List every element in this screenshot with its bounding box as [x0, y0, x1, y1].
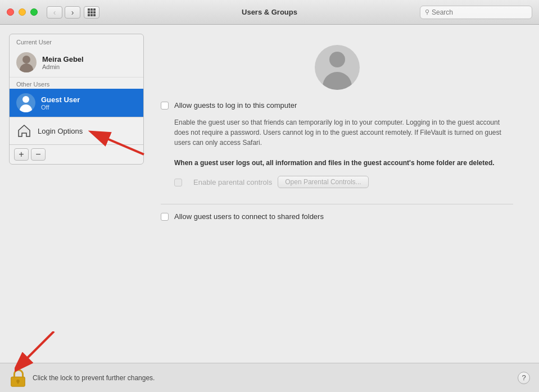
- parental-controls-checkbox[interactable]: [174, 179, 182, 186]
- guest-user-name: Guest User: [41, 95, 80, 104]
- sidebar: Current User Meira Gebel Admin Other Use…: [9, 34, 144, 165]
- parental-controls-row: Enable parental controls Open Parental C…: [174, 176, 513, 188]
- search-input[interactable]: [432, 8, 527, 16]
- titlebar: ‹ › Users & Groups ⚲: [0, 0, 539, 25]
- search-bar[interactable]: ⚲: [420, 6, 532, 19]
- svg-rect-4: [17, 381, 19, 384]
- lock-icon[interactable]: [9, 368, 27, 388]
- guest-user-avatar: [16, 93, 35, 112]
- login-options-label: Login Options: [38, 127, 83, 135]
- guest-avatar-large: [315, 45, 360, 90]
- shared-folders-row: Allow guest users to connect to shared f…: [161, 212, 513, 221]
- lock-text: Click the lock to prevent further change…: [33, 374, 155, 382]
- divider: [161, 204, 513, 204]
- current-user-role: Admin: [42, 63, 84, 70]
- house-icon: [16, 123, 32, 139]
- shared-folders-label: Allow guest users to connect to shared f…: [174, 212, 324, 221]
- open-parental-controls-button[interactable]: Open Parental Controls...: [278, 176, 368, 188]
- shared-folders-checkbox[interactable]: [161, 213, 169, 221]
- remove-user-button[interactable]: −: [31, 148, 46, 161]
- current-user-item[interactable]: Meira Gebel Admin: [10, 48, 143, 78]
- nav-buttons: ‹ ›: [47, 6, 80, 19]
- forward-button[interactable]: ›: [65, 6, 80, 19]
- bold-warning: When a guest user logs out, all informat…: [174, 159, 495, 167]
- bottom-bar: Click the lock to prevent further change…: [0, 363, 539, 392]
- current-user-avatar: [16, 52, 37, 72]
- lock-icon-area[interactable]: Click the lock to prevent further change…: [9, 368, 155, 388]
- guest-user-status: Off: [41, 104, 80, 111]
- help-button[interactable]: ?: [518, 372, 530, 384]
- guest-description: Enable the guest user so that friends ca…: [174, 117, 513, 168]
- add-user-button[interactable]: +: [14, 148, 29, 161]
- allow-login-checkbox[interactable]: [161, 102, 169, 110]
- parental-controls-label: Enable parental controls: [193, 178, 272, 186]
- window-controls: [7, 8, 38, 16]
- back-button[interactable]: ‹: [47, 6, 62, 19]
- sidebar-wrapper: Current User Meira Gebel Admin Other Use…: [9, 34, 144, 354]
- guest-user-item[interactable]: Guest User Off: [10, 89, 143, 117]
- allow-login-row: Allow guests to log in to this computer: [161, 101, 513, 110]
- main-content: Current User Meira Gebel Admin Other Use…: [0, 25, 539, 363]
- current-user-name: Meira Gebel: [42, 55, 84, 63]
- detail-panel: Allow guests to log in to this computer …: [144, 34, 530, 354]
- grid-view-button[interactable]: [84, 6, 99, 19]
- maximize-button[interactable]: [30, 8, 38, 16]
- grid-icon: [88, 8, 96, 16]
- login-options-item[interactable]: Login Options: [10, 117, 143, 144]
- close-button[interactable]: [7, 8, 14, 16]
- other-users-section-label: Other Users: [10, 78, 143, 89]
- current-user-section-label: Current User: [10, 34, 143, 48]
- minimize-button[interactable]: [19, 8, 26, 16]
- window-title: Users & Groups: [242, 8, 297, 16]
- search-icon: ⚲: [425, 8, 429, 16]
- allow-login-label: Allow guests to log in to this computer: [174, 101, 297, 110]
- sidebar-bottom-controls: + −: [10, 144, 143, 164]
